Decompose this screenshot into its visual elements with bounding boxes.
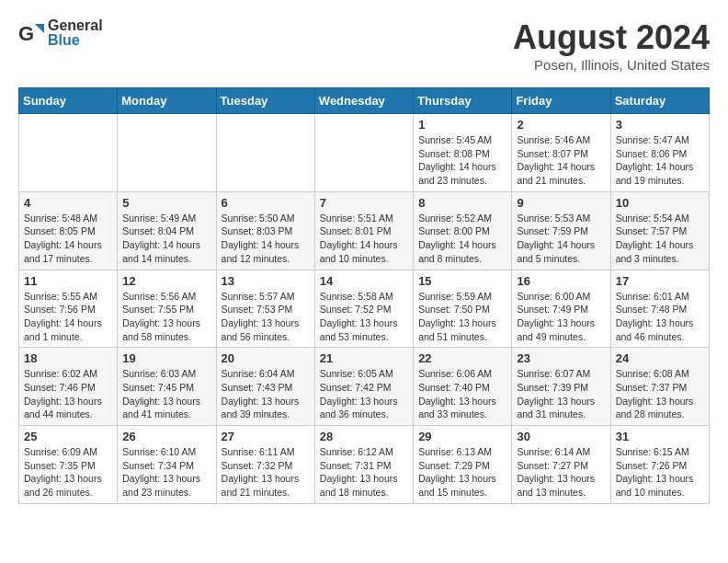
calendar-cell: 21Sunrise: 6:05 AM Sunset: 7:42 PM Dayli… xyxy=(314,348,413,426)
calendar-cell: 27Sunrise: 6:11 AM Sunset: 7:32 PM Dayli… xyxy=(216,426,314,504)
day-info: Sunrise: 5:54 AM Sunset: 7:57 PM Dayligh… xyxy=(616,212,704,266)
day-info: Sunrise: 6:03 AM Sunset: 7:45 PM Dayligh… xyxy=(122,367,210,421)
day-info: Sunrise: 6:09 AM Sunset: 7:35 PM Dayligh… xyxy=(24,445,112,500)
day-number: 3 xyxy=(616,118,704,132)
day-header-saturday: Saturday xyxy=(610,88,709,114)
day-header-tuesday: Tuesday xyxy=(216,88,314,114)
day-number: 7 xyxy=(320,196,408,210)
day-number: 18 xyxy=(24,351,112,365)
day-number: 27 xyxy=(222,430,310,443)
logo-blue: Blue xyxy=(48,32,80,48)
day-header-thursday: Thursday xyxy=(414,88,512,114)
day-number: 24 xyxy=(616,351,704,365)
calendar-cell: 22Sunrise: 6:06 AM Sunset: 7:40 PM Dayli… xyxy=(414,348,512,426)
day-info: Sunrise: 5:52 AM Sunset: 8:00 PM Dayligh… xyxy=(418,212,506,266)
day-header-friday: Friday xyxy=(512,88,610,114)
calendar-subtitle: Posen, Illinois, United States xyxy=(513,57,710,73)
day-number: 5 xyxy=(122,196,210,210)
week-row-4: 18Sunrise: 6:02 AM Sunset: 7:46 PM Dayli… xyxy=(19,348,710,426)
day-number: 4 xyxy=(24,196,112,210)
day-number: 23 xyxy=(517,351,605,365)
day-number: 29 xyxy=(418,430,506,443)
day-info: Sunrise: 5:47 AM Sunset: 8:06 PM Dayligh… xyxy=(616,133,704,188)
logo-icon: G xyxy=(18,20,44,46)
calendar-cell: 19Sunrise: 6:03 AM Sunset: 7:45 PM Dayli… xyxy=(118,348,216,426)
calendar-cell: 15Sunrise: 5:59 AM Sunset: 7:50 PM Dayli… xyxy=(414,270,512,348)
day-number: 19 xyxy=(122,351,210,365)
calendar-cell xyxy=(19,114,118,192)
day-number: 8 xyxy=(418,196,506,210)
day-number: 10 xyxy=(616,196,704,210)
day-info: Sunrise: 6:15 AM Sunset: 7:26 PM Dayligh… xyxy=(616,445,704,500)
day-info: Sunrise: 5:56 AM Sunset: 7:55 PM Dayligh… xyxy=(122,290,210,344)
day-number: 26 xyxy=(122,430,210,443)
title-area: August 2024 Posen, Illinois, United Stat… xyxy=(513,18,710,73)
calendar-cell: 12Sunrise: 5:56 AM Sunset: 7:55 PM Dayli… xyxy=(118,270,216,348)
calendar-cell: 4Sunrise: 5:48 AM Sunset: 8:05 PM Daylig… xyxy=(19,191,118,270)
day-number: 14 xyxy=(320,274,408,288)
day-info: Sunrise: 5:51 AM Sunset: 8:01 PM Dayligh… xyxy=(320,212,408,266)
day-info: Sunrise: 6:01 AM Sunset: 7:48 PM Dayligh… xyxy=(616,290,704,344)
calendar-cell: 11Sunrise: 5:55 AM Sunset: 7:56 PM Dayli… xyxy=(19,270,118,348)
calendar-cell: 23Sunrise: 6:07 AM Sunset: 7:39 PM Dayli… xyxy=(512,348,610,426)
calendar-cell: 9Sunrise: 5:53 AM Sunset: 7:59 PM Daylig… xyxy=(512,191,610,270)
day-info: Sunrise: 6:04 AM Sunset: 7:43 PM Dayligh… xyxy=(222,367,310,421)
calendar-cell: 24Sunrise: 6:08 AM Sunset: 7:37 PM Dayli… xyxy=(610,348,709,426)
calendar-cell: 20Sunrise: 6:04 AM Sunset: 7:43 PM Dayli… xyxy=(216,348,314,426)
header: G General Blue August 2024 Posen, Illino… xyxy=(18,18,710,73)
day-number: 9 xyxy=(517,196,605,210)
day-number: 11 xyxy=(24,274,112,288)
day-info: Sunrise: 6:05 AM Sunset: 7:42 PM Dayligh… xyxy=(320,367,408,421)
calendar-cell: 1Sunrise: 5:45 AM Sunset: 8:08 PM Daylig… xyxy=(414,114,512,192)
day-number: 6 xyxy=(222,196,310,210)
day-number: 2 xyxy=(517,118,605,132)
calendar-cell: 18Sunrise: 6:02 AM Sunset: 7:46 PM Dayli… xyxy=(19,348,118,426)
day-number: 31 xyxy=(616,430,704,443)
day-number: 20 xyxy=(222,351,310,365)
calendar-cell: 17Sunrise: 6:01 AM Sunset: 7:48 PM Dayli… xyxy=(610,270,709,348)
day-info: Sunrise: 5:53 AM Sunset: 7:59 PM Dayligh… xyxy=(517,212,605,266)
day-number: 17 xyxy=(616,274,704,288)
day-info: Sunrise: 5:55 AM Sunset: 7:56 PM Dayligh… xyxy=(24,290,112,344)
calendar-cell: 10Sunrise: 5:54 AM Sunset: 7:57 PM Dayli… xyxy=(610,191,709,270)
day-info: Sunrise: 5:49 AM Sunset: 8:04 PM Dayligh… xyxy=(122,212,210,266)
calendar-cell: 30Sunrise: 6:14 AM Sunset: 7:27 PM Dayli… xyxy=(512,426,610,504)
week-row-1: 1Sunrise: 5:45 AM Sunset: 8:08 PM Daylig… xyxy=(19,114,710,192)
calendar-cell: 31Sunrise: 6:15 AM Sunset: 7:26 PM Dayli… xyxy=(610,426,709,504)
day-info: Sunrise: 6:14 AM Sunset: 7:27 PM Dayligh… xyxy=(517,445,605,500)
day-number: 12 xyxy=(122,274,210,288)
calendar-cell: 7Sunrise: 5:51 AM Sunset: 8:01 PM Daylig… xyxy=(314,191,413,270)
day-number: 25 xyxy=(24,430,112,443)
day-info: Sunrise: 5:50 AM Sunset: 8:03 PM Dayligh… xyxy=(222,212,310,266)
day-number: 1 xyxy=(418,118,506,132)
calendar-cell: 3Sunrise: 5:47 AM Sunset: 8:06 PM Daylig… xyxy=(610,114,709,192)
day-info: Sunrise: 6:11 AM Sunset: 7:32 PM Dayligh… xyxy=(222,445,310,500)
day-info: Sunrise: 5:58 AM Sunset: 7:52 PM Dayligh… xyxy=(320,290,408,344)
calendar-cell: 13Sunrise: 5:57 AM Sunset: 7:53 PM Dayli… xyxy=(216,270,314,348)
day-info: Sunrise: 6:06 AM Sunset: 7:40 PM Dayligh… xyxy=(418,367,506,421)
day-info: Sunrise: 6:07 AM Sunset: 7:39 PM Dayligh… xyxy=(517,367,605,421)
calendar-cell: 25Sunrise: 6:09 AM Sunset: 7:35 PM Dayli… xyxy=(19,426,118,504)
week-row-3: 11Sunrise: 5:55 AM Sunset: 7:56 PM Dayli… xyxy=(19,270,710,348)
calendar-cell: 16Sunrise: 6:00 AM Sunset: 7:49 PM Dayli… xyxy=(512,270,610,348)
calendar-cell xyxy=(216,114,314,192)
header-row: SundayMondayTuesdayWednesdayThursdayFrid… xyxy=(19,88,710,114)
day-info: Sunrise: 5:46 AM Sunset: 8:07 PM Dayligh… xyxy=(517,133,605,188)
day-info: Sunrise: 5:48 AM Sunset: 8:05 PM Dayligh… xyxy=(24,212,112,266)
day-number: 13 xyxy=(222,274,310,288)
day-number: 22 xyxy=(418,351,506,365)
day-number: 28 xyxy=(320,430,408,443)
day-number: 16 xyxy=(517,274,605,288)
calendar-cell: 6Sunrise: 5:50 AM Sunset: 8:03 PM Daylig… xyxy=(216,191,314,270)
day-info: Sunrise: 5:45 AM Sunset: 8:08 PM Dayligh… xyxy=(418,133,506,188)
day-info: Sunrise: 6:12 AM Sunset: 7:31 PM Dayligh… xyxy=(320,445,408,500)
calendar-cell: 28Sunrise: 6:12 AM Sunset: 7:31 PM Dayli… xyxy=(314,426,413,504)
day-info: Sunrise: 6:02 AM Sunset: 7:46 PM Dayligh… xyxy=(24,367,112,421)
calendar-title: August 2024 xyxy=(513,18,710,57)
day-number: 21 xyxy=(320,351,408,365)
calendar-cell: 14Sunrise: 5:58 AM Sunset: 7:52 PM Dayli… xyxy=(314,270,413,348)
day-info: Sunrise: 5:59 AM Sunset: 7:50 PM Dayligh… xyxy=(418,290,506,344)
svg-text:G: G xyxy=(18,22,34,45)
calendar-body: 1Sunrise: 5:45 AM Sunset: 8:08 PM Daylig… xyxy=(19,114,710,504)
day-info: Sunrise: 5:57 AM Sunset: 7:53 PM Dayligh… xyxy=(222,290,310,344)
